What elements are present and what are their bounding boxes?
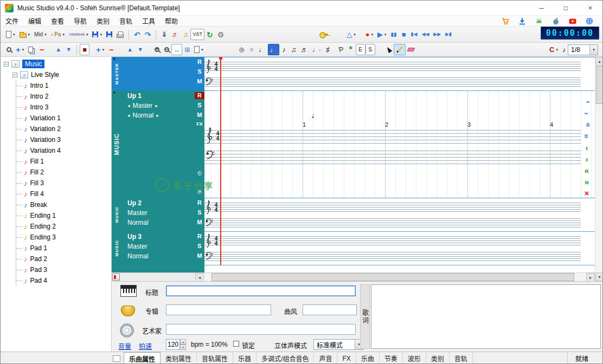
globe-icon[interactable] xyxy=(585,17,594,25)
up3-mute-button[interactable]: M xyxy=(195,252,204,259)
scroll-up-button[interactable]: › xyxy=(582,97,592,108)
up1-mode-select[interactable]: ◂ Normal ▸ xyxy=(121,110,195,120)
tree-group-label[interactable]: Live Style xyxy=(31,71,59,79)
color-notes-button[interactable]: * xyxy=(346,44,356,55)
tree-root-music[interactable]: − ♪ Music xyxy=(1,58,111,69)
tempo-link[interactable]: 拍速 xyxy=(139,341,152,350)
close-button[interactable]: × xyxy=(578,1,602,16)
copyright-button[interactable]: © xyxy=(197,171,201,177)
tree-item-fill-4[interactable]: ♪ Fill 4 xyxy=(16,188,111,199)
panel-menu-button[interactable] xyxy=(113,355,120,362)
collapse-box-icon[interactable]: − xyxy=(4,62,9,67)
vscroll-up-button[interactable]: ▴ xyxy=(595,57,603,66)
zoom-out-button[interactable] xyxy=(162,44,171,55)
go-start-button[interactable]: ▮◀ xyxy=(409,29,420,40)
apple-icon[interactable] xyxy=(551,17,560,25)
dropdown-arrow-icon[interactable]: ▾ xyxy=(201,48,203,52)
dropdown-arrow-icon[interactable]: ▾ xyxy=(13,32,15,37)
up2-record-button[interactable]: R xyxy=(195,199,204,206)
master-header[interactable] xyxy=(121,57,195,90)
marker-button[interactable]: △▾ xyxy=(344,29,358,40)
maximize-button[interactable]: □ xyxy=(554,1,578,16)
open-file-button[interactable]: ▾ xyxy=(17,29,33,40)
up3-solo-button[interactable]: S xyxy=(195,243,204,250)
menu-help[interactable]: 帮助 xyxy=(160,15,183,27)
dropdown-arrow-icon[interactable]: ▾ xyxy=(556,48,558,52)
menu-edit[interactable]: 编辑 xyxy=(23,15,46,27)
tree-item-ending-3[interactable]: ♪ Ending 3 xyxy=(16,232,111,243)
hscroll-track[interactable] xyxy=(204,273,586,281)
dropdown-arrow-icon[interactable]: ▾ xyxy=(371,32,374,37)
tree-item-fill-3[interactable]: ♪ Fill 3 xyxy=(16,178,111,188)
menu-view[interactable]: 查看 xyxy=(46,15,69,27)
fit-page-button[interactable]: ⊞ xyxy=(182,44,192,55)
tab-rhythm[interactable]: 节奏 xyxy=(380,352,403,364)
lock-checkbox[interactable] xyxy=(233,341,239,347)
tree-item-ending-1[interactable]: ♪ Ending 1 xyxy=(16,210,111,221)
tab-song-properties[interactable]: 乐曲属性 xyxy=(124,352,161,364)
delete-category-button[interactable]: − xyxy=(37,44,47,55)
add-track-button[interactable]: +▾ xyxy=(94,44,106,55)
delete-track-button[interactable]: − xyxy=(106,44,116,55)
track-up-button[interactable]: ▲ xyxy=(125,44,135,55)
pedal-button[interactable]: Ƥ xyxy=(336,44,346,55)
next-arrow-icon[interactable]: ▸ xyxy=(155,103,158,108)
up3-staff[interactable]: 44 xyxy=(204,231,595,265)
stop-button[interactable]: ■ xyxy=(399,29,409,40)
stop-all-button[interactable]: ■ xyxy=(80,44,89,55)
up3-strip[interactable]: MUSIC xyxy=(112,231,121,265)
up3-bus-select[interactable]: Master xyxy=(121,242,195,251)
note-thirtysecond-button[interactable]: ♬ xyxy=(299,44,310,55)
tree-item-break[interactable]: ♪ Break xyxy=(16,199,111,210)
next-arrow-icon[interactable]: ▸ xyxy=(156,113,159,118)
melody-button[interactable]: ♫ xyxy=(181,29,190,40)
events-button[interactable]: E xyxy=(356,44,365,55)
tab-sound[interactable]: 声音 xyxy=(314,352,337,364)
master-mute-button[interactable]: M xyxy=(195,78,204,85)
note-half-button[interactable]: ♩ xyxy=(256,44,268,55)
up1-staff[interactable]: 44 ♩ 1234 xyxy=(204,90,595,198)
collapse-box-icon[interactable]: − xyxy=(12,73,17,77)
track-down-button[interactable]: ▼ xyxy=(135,44,145,55)
up2-bus-select[interactable]: Master xyxy=(121,208,195,218)
staff-settings-button[interactable]: S xyxy=(365,44,375,55)
artist-input[interactable] xyxy=(166,324,356,335)
print-button[interactable] xyxy=(114,29,126,40)
page-down-button[interactable]: » xyxy=(582,131,592,142)
up3-mode-select[interactable]: Normal xyxy=(121,251,195,261)
up1-bus-select[interactable]: ◂ Master ▸ xyxy=(121,101,195,110)
tab-track-properties[interactable]: 音轨属性 xyxy=(197,352,233,364)
genre-input[interactable] xyxy=(303,304,357,315)
import-midi-button[interactable]: Mid▾ xyxy=(32,29,49,40)
hscroll-right-button[interactable]: ▸ xyxy=(586,273,595,281)
page-up-button[interactable]: » xyxy=(582,120,592,131)
minimize-button[interactable]: ─ xyxy=(529,1,554,16)
note-double-whole-button[interactable]: ◎ xyxy=(237,44,247,55)
vscroll-thumb[interactable] xyxy=(596,66,603,104)
dropdown-arrow-icon[interactable]: ▾ xyxy=(100,32,102,37)
menu-category[interactable]: 类别 xyxy=(92,15,114,27)
tab-multimode-combi[interactable]: 多调式/组合音色 xyxy=(256,352,314,364)
dropdown-arrow-icon[interactable]: ▾ xyxy=(22,48,24,52)
prev-arrow-icon[interactable]: ◂ xyxy=(127,103,130,108)
note-event[interactable]: ♩ xyxy=(311,110,319,120)
up1-strip[interactable]: ▾ MUSIC xyxy=(112,90,121,198)
menu-navigate[interactable]: 导航 xyxy=(69,15,92,27)
dropdown-arrow-icon[interactable]: ▾ xyxy=(384,32,387,37)
download-icon[interactable] xyxy=(518,17,527,25)
copy-category-button[interactable] xyxy=(26,44,37,55)
dropdown-arrow-icon[interactable]: ▾ xyxy=(86,32,88,37)
note-whole-button[interactable]: ○ xyxy=(247,44,256,55)
tree-item-ending-2[interactable]: ♪ Ending 2 xyxy=(16,221,111,232)
tree-item-variation-2[interactable]: ♪ Variation 2 xyxy=(16,123,111,134)
tempo-up-button[interactable]: ▴ xyxy=(180,339,186,344)
up2-mute-button[interactable]: M xyxy=(195,219,204,226)
settings-button[interactable]: ⚙ xyxy=(215,29,227,40)
dropdown-arrow-icon[interactable]: ▾ xyxy=(102,48,105,52)
tab-song[interactable]: 乐曲 xyxy=(356,352,380,364)
tree-item-pad-3[interactable]: ♪ Pad 3 xyxy=(16,264,111,275)
vscroll-bar[interactable]: ▴ ▾ xyxy=(595,57,603,281)
note-quarter-button[interactable]: ♩ xyxy=(268,44,279,55)
youtube-icon[interactable] xyxy=(568,17,577,25)
erase-tool-button[interactable] xyxy=(406,44,416,55)
